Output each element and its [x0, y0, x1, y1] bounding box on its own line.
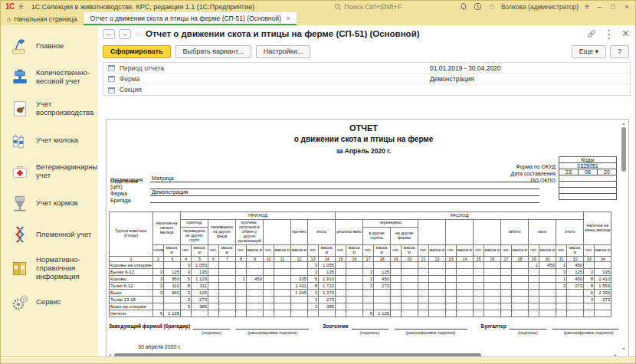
value-cell — [291, 303, 308, 310]
help-button[interactable]: ? — [610, 45, 629, 58]
settings-button[interactable]: Настройки... — [256, 45, 311, 58]
more-dots-icon[interactable]: ⋮ — [603, 27, 615, 41]
milk-icon — [10, 130, 30, 150]
column-number-cell: 32 — [567, 256, 584, 261]
notifications-bell-icon[interactable] — [460, 2, 467, 11]
value-cell — [512, 268, 529, 275]
sidebar-item-service[interactable]: Сервис — [10, 293, 98, 313]
value-cell: 5 — [153, 310, 164, 316]
link-icon[interactable] — [587, 29, 596, 38]
value-cell: 1 559 — [595, 282, 611, 289]
form-close-icon[interactable]: × — [622, 27, 629, 41]
value-cell — [418, 268, 429, 275]
generate-button[interactable]: Сформировать — [103, 45, 171, 58]
col-moved-group: переведено — [363, 219, 418, 227]
column-number-cell: 24 — [457, 256, 474, 261]
history-icon[interactable] — [474, 2, 482, 11]
value-cell — [402, 261, 418, 268]
column-number-cell: 8 — [236, 256, 247, 261]
favorite-star-icon[interactable]: ☆ — [135, 30, 142, 38]
filter-section[interactable]: Секция — [103, 84, 630, 95]
unit-header-cell: гол. — [584, 244, 595, 256]
value-cell — [501, 275, 512, 282]
choose-variant-button[interactable]: Выбрать вариант... — [175, 45, 251, 58]
sig-role: Заведующий фермой (бригадир) — [109, 323, 190, 329]
gears-icon — [10, 293, 30, 313]
value-cell — [501, 310, 512, 316]
value-cell — [539, 310, 556, 316]
column-number-cell: 13 — [308, 256, 319, 261]
scroll-down-icon[interactable]: ▼ — [621, 346, 627, 351]
search-placeholder: Поиск Ctrl+Shift+F — [344, 3, 402, 11]
filter-period[interactable]: Период отчета 01.01.2019 - 30.04.2020 — [103, 63, 630, 74]
filter-label: Ферма — [120, 75, 140, 83]
scroll-up-icon[interactable]: ▲ — [621, 121, 627, 126]
sidebar-item-breeding[interactable]: Племенной учет — [10, 225, 98, 244]
org-fields: ОрганизацияМатрица Отделения (цех) Ферма… — [110, 175, 539, 203]
sidebar-label: Количественно-весовой учет — [36, 69, 98, 86]
value-cell — [336, 289, 346, 296]
value-cell — [429, 275, 446, 282]
vertical-scrollbar[interactable]: ▲ ▼ — [621, 121, 627, 351]
value-cell — [539, 296, 556, 303]
value-cell — [164, 296, 181, 303]
filter-label: Секция — [120, 86, 142, 93]
table-row: Быки396031251 24531 37062 330 — [110, 289, 611, 296]
forward-button[interactable]: → — [119, 29, 131, 39]
animal-group-cell: Быки — [110, 289, 153, 296]
more-button[interactable]: Еще ▾ — [572, 45, 606, 58]
close-button[interactable]: × — [623, 3, 631, 11]
tab-report-sp51[interactable]: Отчет о движении скота и птицы на ферме … — [84, 12, 296, 25]
sidebar-item-milk[interactable]: Учет молока — [10, 130, 98, 150]
codes-empty-cell — [559, 194, 617, 200]
column-number-cell: 25 — [474, 256, 484, 261]
value-cell: 3 — [153, 282, 164, 289]
titlebar: 1С ≡ 1С:Селекция в животноводстве. КРС, … — [1, 1, 635, 12]
value-cell — [308, 310, 319, 316]
value-cell: 6 — [308, 275, 319, 282]
tab-home[interactable]: ⌂ Начальная страница — [1, 12, 84, 25]
vertical-scroll-thumb[interactable] — [621, 127, 626, 172]
sidebar-item-reproduction[interactable]: Учет воспроизводства — [10, 99, 98, 119]
value-cell: 950 — [164, 275, 181, 282]
value-cell — [336, 275, 346, 282]
global-search-input[interactable]: Поиск Ctrl+Shift+F — [334, 3, 449, 11]
unit-header-cell: гол. — [264, 244, 274, 256]
sidebar-item-veterinary[interactable]: Ветеринаринарный учет — [10, 162, 98, 182]
sidebar-item-feed[interactable]: Учет кормов — [10, 193, 98, 213]
filter-farm[interactable]: Ферма Демонстрация — [103, 74, 630, 84]
minimize-button[interactable]: – — [595, 3, 603, 11]
value-cell — [567, 303, 584, 310]
sidebar-label: Племенной учет — [36, 231, 91, 239]
value-cell — [595, 303, 611, 310]
filter-value[interactable]: 01.01.2019 - 30.04.2020 — [430, 64, 501, 72]
value-cell — [208, 275, 219, 282]
value-cell — [457, 303, 474, 310]
back-button[interactable]: ← — [103, 29, 115, 39]
org-value: Матрица — [150, 175, 539, 182]
scale-icon — [10, 67, 30, 87]
value-cell — [391, 275, 402, 282]
form-header: ← → ☆ Отчет о движении скота и птицы на … — [98, 25, 635, 42]
service-menu-icon[interactable]: ≡ — [585, 3, 589, 11]
value-cell: 450 — [539, 261, 556, 268]
value-cell — [336, 282, 346, 289]
unit-header-cell: гол. — [474, 244, 484, 256]
col-from-groups: переведено из других групп — [181, 227, 208, 244]
sidebar-item-reference-info[interactable]: Нормативно-справочная информация — [10, 256, 98, 281]
1c-logo-icon: 1С — [5, 2, 15, 11]
animal-group-cell: Коровы — [110, 275, 153, 282]
value-cell — [274, 303, 291, 310]
favorites-star-icon[interactable]: ☆ — [488, 3, 495, 11]
maximize-button[interactable]: □ — [609, 3, 617, 11]
user-menu[interactable]: Волкова (администратор) — [501, 3, 579, 11]
tab-close-icon[interactable]: × — [287, 15, 290, 22]
value-cell — [291, 296, 308, 303]
date-month: 06 — [579, 169, 598, 175]
sidebar-item-weight-accounting[interactable]: Количественно-весовой учет — [10, 67, 98, 87]
sidebar-item-main[interactable]: Главное — [10, 36, 98, 56]
value-cell — [247, 268, 264, 275]
value-cell — [363, 289, 374, 296]
main-menu-icon[interactable]: ≡ — [19, 3, 24, 11]
filter-value[interactable]: Демонстрация — [430, 75, 474, 83]
